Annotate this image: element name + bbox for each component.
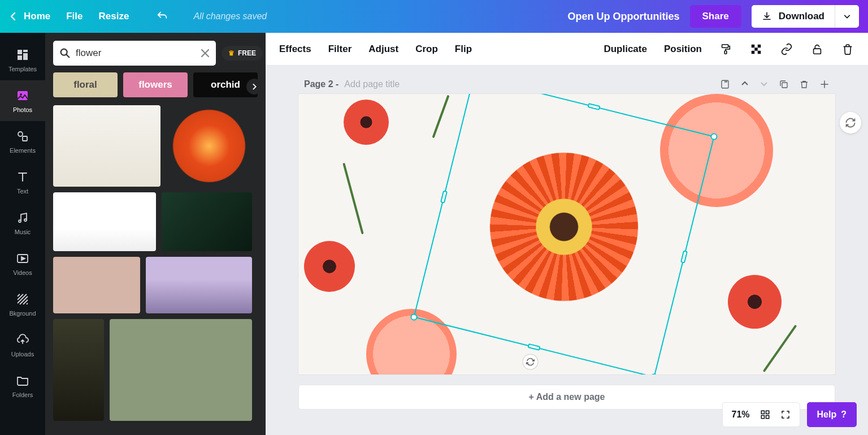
effects-button[interactable]: Effects xyxy=(279,44,311,55)
nav-templates[interactable]: Templates xyxy=(0,40,45,80)
photo-thumb[interactable] xyxy=(146,257,252,313)
page-delete-button[interactable] xyxy=(799,79,809,89)
videos-icon xyxy=(15,251,30,266)
text-icon xyxy=(15,170,30,184)
delete-button[interactable] xyxy=(841,42,854,56)
svg-rect-3 xyxy=(23,136,27,141)
file-menu[interactable]: File xyxy=(66,11,83,22)
help-button[interactable]: Help ? xyxy=(807,402,857,427)
zoom-controls: 71% xyxy=(722,402,800,427)
refresh-icon xyxy=(845,117,856,128)
chevron-up-icon xyxy=(740,79,749,88)
rotate-handle[interactable] xyxy=(521,352,540,372)
nav-elements[interactable]: Elements xyxy=(0,121,45,162)
grid-icon xyxy=(760,410,770,420)
filter-chip-flowers[interactable]: flowers xyxy=(123,72,188,97)
svg-rect-12 xyxy=(758,44,761,48)
plus-icon xyxy=(819,79,830,89)
nav-text[interactable]: Text xyxy=(0,162,45,203)
svg-point-5 xyxy=(24,219,27,221)
home-button[interactable]: Home xyxy=(9,11,50,22)
open-opportunities-button[interactable]: Open Up Opportunities xyxy=(568,11,680,23)
svg-point-4 xyxy=(19,220,21,222)
bg-flower xyxy=(728,275,782,329)
format-painter-button[interactable] xyxy=(719,42,732,56)
bg-flower xyxy=(344,100,389,145)
photo-thumb[interactable] xyxy=(166,105,252,187)
download-more-button[interactable] xyxy=(835,5,859,28)
link-button[interactable] xyxy=(780,42,793,56)
top-bar: Home File Resize All changes saved Open … xyxy=(0,0,868,33)
nav-folders[interactable]: Folders xyxy=(0,365,45,406)
bkground-icon xyxy=(15,292,30,307)
svg-rect-19 xyxy=(766,411,769,414)
page-notes-button[interactable] xyxy=(720,79,730,89)
filter-next-button[interactable] xyxy=(246,79,262,94)
element-selection[interactable] xyxy=(413,94,714,374)
context-toolbar: Effects Filter Adjust Crop Flip Duplicat… xyxy=(266,33,868,66)
svg-rect-13 xyxy=(758,50,761,54)
filter-button[interactable]: Filter xyxy=(328,44,352,55)
transparency-button[interactable] xyxy=(749,42,763,56)
templates-icon xyxy=(15,48,30,62)
resize-handle-n[interactable] xyxy=(587,103,600,110)
resize-handle-se[interactable] xyxy=(650,373,658,374)
photo-thumb[interactable] xyxy=(53,257,140,313)
sync-button[interactable] xyxy=(840,112,861,133)
photo-thumb[interactable] xyxy=(53,192,156,251)
resize-handle-w[interactable] xyxy=(440,190,448,203)
flip-button[interactable]: Flip xyxy=(455,44,472,55)
svg-point-1 xyxy=(20,93,22,96)
zoom-value[interactable]: 71% xyxy=(732,410,750,420)
save-status: All changes saved xyxy=(193,11,267,21)
free-filter-badge[interactable]: ♛ FREE xyxy=(222,46,263,61)
duplicate-button[interactable]: Duplicate xyxy=(604,44,647,55)
chevron-down-icon xyxy=(843,12,851,20)
paint-roller-icon xyxy=(719,43,732,55)
grid-view-button[interactable] xyxy=(760,410,770,420)
share-button[interactable]: Share xyxy=(690,5,741,28)
page-up-button[interactable] xyxy=(740,79,749,89)
filter-chip-floral[interactable]: floral xyxy=(53,72,118,97)
resize-handle-s[interactable] xyxy=(527,343,540,351)
crop-button[interactable]: Crop xyxy=(415,44,438,55)
page-down-button[interactable] xyxy=(760,79,769,89)
bg-flower xyxy=(304,241,355,292)
bg-stem xyxy=(432,95,449,139)
photo-thumb[interactable] xyxy=(53,319,104,421)
download-icon xyxy=(762,11,772,21)
bg-stem xyxy=(763,325,797,372)
editor-area: Effects Filter Adjust Crop Flip Duplicat… xyxy=(266,33,868,435)
download-button[interactable]: Download xyxy=(752,5,835,28)
svg-point-2 xyxy=(18,132,23,136)
resize-menu[interactable]: Resize xyxy=(99,11,129,22)
rotate-icon xyxy=(525,356,536,367)
lock-button[interactable] xyxy=(810,42,824,56)
svg-rect-18 xyxy=(761,411,764,414)
nav-videos[interactable]: Videos xyxy=(0,243,45,284)
nav-music[interactable]: Music xyxy=(0,203,45,243)
canvas-page[interactable] xyxy=(298,94,835,374)
undo-button[interactable] xyxy=(156,10,168,23)
page-copy-button[interactable] xyxy=(779,79,789,89)
adjust-button[interactable]: Adjust xyxy=(368,44,398,55)
photo-thumb[interactable] xyxy=(110,319,252,421)
position-button[interactable]: Position xyxy=(664,44,702,55)
nav-bkground[interactable]: Bkground xyxy=(0,284,45,325)
page-add-button[interactable] xyxy=(819,79,830,89)
chevron-down-icon xyxy=(760,79,769,88)
chevron-right-icon xyxy=(250,83,258,91)
nav-photos[interactable]: Photos xyxy=(0,80,45,121)
photo-results xyxy=(45,105,266,435)
photo-thumb[interactable] xyxy=(53,105,160,187)
search-input[interactable] xyxy=(76,48,196,59)
fullscreen-button[interactable] xyxy=(780,410,791,420)
trash-icon xyxy=(841,43,854,55)
photo-thumb[interactable] xyxy=(162,192,252,251)
elements-icon xyxy=(15,129,30,144)
music-icon xyxy=(15,210,30,225)
nav-uploads[interactable]: Uploads xyxy=(0,325,45,365)
page-title-input[interactable]: Add page title xyxy=(344,79,400,89)
resize-handle-e[interactable] xyxy=(680,250,688,263)
search-clear-button[interactable] xyxy=(200,48,210,58)
